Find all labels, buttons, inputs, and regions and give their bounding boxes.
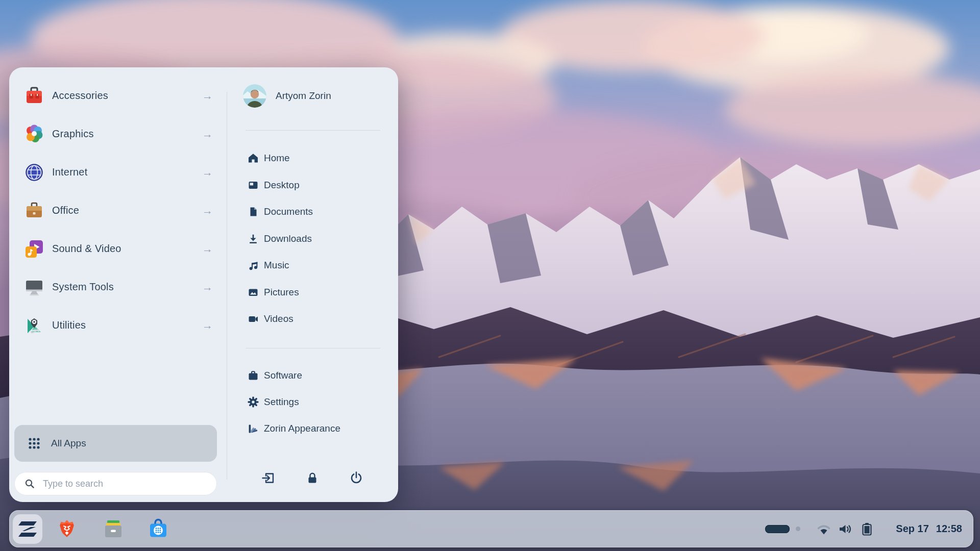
place-label: Videos	[264, 313, 293, 324]
place-label: Home	[264, 153, 290, 164]
all-apps-button[interactable]: All Apps	[14, 425, 217, 462]
home-icon	[248, 153, 260, 164]
search-icon	[24, 479, 35, 489]
place-desktop[interactable]: Desktop	[227, 172, 398, 199]
wifi-icon[interactable]	[817, 523, 831, 535]
category-label: System Tools	[52, 281, 202, 293]
category-accessories[interactable]: Accessories →	[9, 77, 227, 115]
category-label: Office	[52, 205, 202, 216]
user-profile[interactable]: Artyom Zorin	[243, 84, 331, 108]
battery-icon[interactable]	[861, 522, 873, 536]
taskbar-apps	[9, 510, 169, 547]
category-label: Accessories	[52, 90, 202, 102]
log-out-icon[interactable]	[261, 470, 276, 486]
picture-icon	[248, 287, 260, 298]
item-label: Zorin Appearance	[264, 423, 340, 434]
divider	[246, 348, 380, 348]
active-workspace-pill[interactable]	[765, 525, 790, 533]
clock-time: 12:58	[936, 523, 962, 535]
arrow-right-icon: →	[202, 167, 213, 178]
place-label: Downloads	[264, 233, 312, 244]
power-icon[interactable]	[349, 470, 364, 486]
arrow-right-icon: →	[202, 320, 213, 331]
place-downloads[interactable]: Downloads	[227, 226, 398, 253]
globe-icon	[24, 162, 44, 183]
pinwheel-icon	[24, 124, 44, 144]
software-store-icon[interactable]	[147, 518, 169, 540]
media-icon	[24, 239, 44, 259]
category-internet[interactable]: Internet →	[9, 153, 227, 191]
place-videos[interactable]: Videos	[227, 306, 398, 333]
menu-places-column: Artyom Zorin Home	[227, 67, 398, 502]
place-label: Pictures	[264, 287, 299, 298]
workspace-dot[interactable]	[796, 527, 800, 531]
all-apps-grid-icon	[27, 436, 42, 451]
arrow-right-icon: →	[202, 282, 213, 292]
place-label: Documents	[264, 206, 313, 217]
document-icon	[248, 206, 260, 217]
arrow-right-icon: →	[202, 243, 213, 254]
desktop-icon	[248, 180, 260, 191]
place-home[interactable]: Home	[227, 145, 398, 172]
category-graphics[interactable]: Graphics →	[9, 115, 227, 153]
system-items-list: Software	[227, 362, 398, 442]
brave-browser-icon[interactable]	[56, 518, 78, 540]
category-system-tools[interactable]: System Tools →	[9, 268, 227, 306]
places-list: Home Desktop	[227, 145, 398, 333]
user-name: Artyom Zorin	[276, 90, 331, 102]
desktop: Accessories →	[0, 0, 980, 551]
zorin-menu-button[interactable]	[13, 514, 42, 544]
clock-date: Sep 17	[896, 523, 928, 535]
gear-icon	[248, 396, 260, 408]
place-label: Desktop	[264, 180, 300, 191]
category-label: Utilities	[52, 319, 202, 331]
item-label: Software	[264, 370, 302, 381]
taskbar: Sep 17 12:58	[9, 510, 973, 547]
category-list: Accessories →	[9, 77, 227, 344]
search-input[interactable]	[42, 478, 208, 490]
monitor-icon	[24, 277, 44, 297]
avatar	[243, 84, 266, 108]
category-label: Internet	[52, 166, 202, 178]
divider	[246, 130, 380, 131]
session-buttons	[261, 470, 364, 486]
app-menu-panel: Accessories →	[9, 67, 398, 502]
music-note-icon	[248, 260, 260, 271]
office-briefcase-icon	[24, 201, 44, 221]
toolbox-icon	[24, 86, 44, 106]
lock-icon[interactable]	[305, 470, 320, 486]
place-label: Music	[264, 260, 289, 271]
category-sound-video[interactable]: Sound & Video →	[9, 230, 227, 268]
clock[interactable]: Sep 17 12:58	[896, 523, 962, 535]
item-settings[interactable]: Settings	[227, 389, 398, 415]
utilities-icon	[24, 315, 44, 336]
arrow-right-icon: →	[202, 129, 213, 139]
category-utilities[interactable]: Utilities →	[9, 306, 227, 344]
item-label: Settings	[264, 396, 299, 408]
video-camera-icon	[248, 313, 260, 324]
category-label: Graphics	[52, 128, 202, 140]
taskbar-status-area: Sep 17 12:58	[765, 522, 973, 536]
arrow-right-icon: →	[202, 90, 213, 101]
all-apps-label: All Apps	[51, 438, 86, 449]
file-manager-icon[interactable]	[102, 518, 125, 540]
appearance-fan-icon	[248, 423, 260, 434]
category-label: Sound & Video	[52, 243, 202, 255]
item-zorin-appearance[interactable]: Zorin Appearance	[227, 415, 398, 442]
briefcase-icon	[248, 370, 260, 381]
item-software[interactable]: Software	[227, 362, 398, 389]
workspace-indicator[interactable]	[765, 525, 800, 533]
arrow-right-icon: →	[202, 205, 213, 216]
menu-categories-column: Accessories →	[9, 67, 227, 502]
zorin-logo-icon	[17, 520, 38, 538]
place-documents[interactable]: Documents	[227, 198, 398, 226]
search-bar	[14, 472, 217, 495]
volume-icon[interactable]	[838, 523, 853, 535]
place-pictures[interactable]: Pictures	[227, 279, 398, 306]
place-music[interactable]: Music	[227, 252, 398, 279]
download-icon	[248, 233, 260, 244]
category-office[interactable]: Office →	[9, 191, 227, 230]
